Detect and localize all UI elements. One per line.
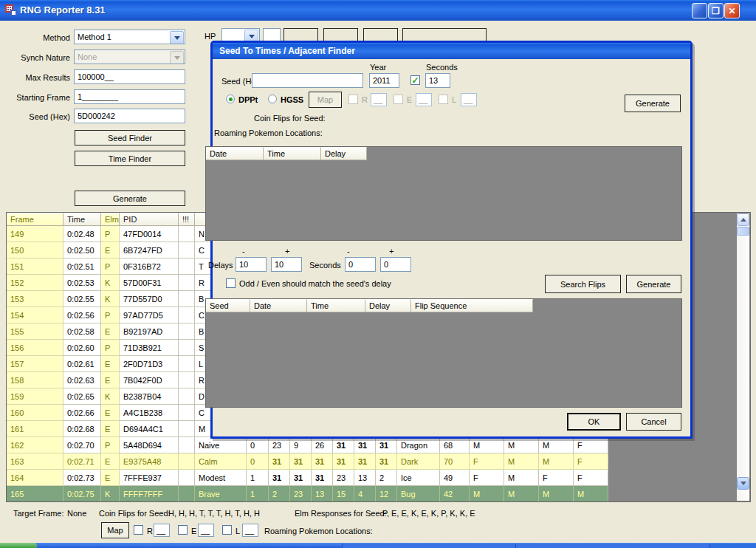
dialog-generate2-button[interactable]: Generate xyxy=(626,275,681,293)
e-input[interactable]: __ xyxy=(198,524,214,537)
table-cell: Calm xyxy=(195,453,247,470)
table-cell: M xyxy=(470,486,504,502)
seed-hex-label: Seed (Hex) xyxy=(4,112,70,121)
r-checkbox[interactable] xyxy=(134,525,143,535)
table-cell: 9 xyxy=(290,437,312,453)
times-listview[interactable]: DateTimeDelay xyxy=(205,146,682,241)
year-input[interactable]: 2011 xyxy=(369,73,399,88)
listview-column-header[interactable]: Seed xyxy=(206,299,250,312)
seed-hex-input[interactable]: 5D000242 xyxy=(74,109,185,123)
starting-frame-input[interactable]: 1________ xyxy=(74,89,185,104)
seconds-plus-input[interactable]: 0 xyxy=(380,257,411,272)
results-column-header[interactable]: PID xyxy=(120,213,179,226)
table-cell: F xyxy=(574,437,608,453)
r-input[interactable]: __ xyxy=(154,524,170,537)
scrollbar-thumb[interactable] xyxy=(737,227,749,236)
dialog-map-button: Map xyxy=(309,92,342,108)
listview-column-header[interactable]: Time xyxy=(264,147,321,160)
table-row[interactable]: 1620:02.70P5A48D694Naive023926313131Drag… xyxy=(7,437,750,453)
results-column-header[interactable]: !!! xyxy=(179,213,195,226)
l-label: L xyxy=(236,527,240,535)
l-input[interactable]: __ xyxy=(242,524,258,537)
seconds-checkbox[interactable]: ✓ xyxy=(410,75,420,85)
table-cell xyxy=(179,275,195,291)
table-cell: 152 xyxy=(7,275,63,291)
listview-column-header[interactable]: Date xyxy=(250,299,307,312)
table-cell: 164 xyxy=(7,470,63,486)
radio-dot-icon xyxy=(229,97,233,101)
time-finder-button[interactable]: Time Finder xyxy=(75,151,185,166)
table-row[interactable]: 1640:02.73E7FFFE937Modest131313123132Ice… xyxy=(7,470,750,486)
dialog-titlebar[interactable]: Seed To Times / Adjacent Finder xyxy=(213,43,690,59)
max-results-input[interactable]: 100000__ xyxy=(74,69,185,84)
dppt-radio[interactable] xyxy=(226,95,235,103)
seconds-label: Seconds xyxy=(426,63,458,72)
e-checkbox[interactable] xyxy=(178,525,188,535)
minimize-button[interactable]: _ xyxy=(692,3,707,18)
table-cell: E xyxy=(101,405,120,421)
listview-column-header[interactable]: Delay xyxy=(365,299,411,312)
dialog-coin-flips-label: Coin Flips for Seed: xyxy=(254,114,326,123)
dialog-seed-input[interactable] xyxy=(252,73,363,88)
taskbar-window-button[interactable] xyxy=(342,544,515,548)
generate-button[interactable]: Generate xyxy=(75,191,185,206)
table-cell: 155 xyxy=(7,323,63,340)
table-cell: 31 xyxy=(354,453,376,470)
dialog-r-label: R xyxy=(362,95,368,104)
table-row[interactable]: 1630:02.71EE9375A48Calm0313131313131Dark… xyxy=(7,453,750,470)
flips-listview[interactable]: SeedDateTimeDelayFlip Sequence xyxy=(205,298,682,408)
table-cell xyxy=(179,356,195,372)
table-cell: M xyxy=(539,486,574,502)
table-cell: 2 xyxy=(269,486,290,502)
delays-minus-input[interactable]: 10 xyxy=(236,257,267,272)
table-cell: FFFF7FFF xyxy=(120,486,179,502)
results-column-header[interactable]: Frame xyxy=(7,213,63,226)
taskbar-window-button[interactable] xyxy=(515,544,709,548)
vertical-scrollbar[interactable] xyxy=(737,213,749,501)
table-cell xyxy=(179,453,195,470)
odd-even-checkbox[interactable] xyxy=(226,278,236,288)
table-cell: F xyxy=(539,470,574,486)
hgss-radio[interactable] xyxy=(268,95,277,103)
table-cell: 31 xyxy=(312,470,333,486)
table-cell: 0:02.71 xyxy=(63,453,101,470)
search-flips-button[interactable]: Search Flips xyxy=(545,275,621,293)
map-button[interactable]: Map xyxy=(101,522,129,538)
listview-column-header[interactable]: Flip Sequence xyxy=(411,299,533,312)
table-cell: 23 xyxy=(269,437,290,453)
ok-button[interactable]: OK xyxy=(567,413,621,431)
table-cell xyxy=(179,307,195,323)
table-cell: 31 xyxy=(376,437,397,453)
seed-finder-button[interactable]: Seed Finder xyxy=(75,130,185,145)
table-cell: B92197AD xyxy=(120,323,179,340)
table-cell: 0:02.61 xyxy=(63,356,101,372)
method-dropdown-icon[interactable] xyxy=(170,31,184,44)
start-button-fragment[interactable] xyxy=(0,543,37,548)
listview-column-header[interactable]: Date xyxy=(206,147,264,160)
scroll-up-button[interactable] xyxy=(737,213,749,226)
desktop: { "window": { "title": "RNG Reporter 8.3… xyxy=(0,0,756,548)
close-button[interactable]: ✕ xyxy=(724,3,740,18)
method-combobox[interactable]: Method 1 xyxy=(74,30,185,44)
table-cell: 7B042F0D xyxy=(120,372,179,388)
results-column-header[interactable]: Elm xyxy=(101,213,120,226)
l-checkbox[interactable] xyxy=(222,525,232,535)
restore-button[interactable]: ❐ xyxy=(708,3,724,18)
table-row[interactable]: 1650:02.75KFFFF7FFFBrave12231315412Bug42… xyxy=(7,486,750,502)
dialog-r-input: __ xyxy=(371,93,387,106)
cancel-button[interactable]: Cancel xyxy=(626,413,681,431)
table-cell: E xyxy=(101,421,120,437)
dppt-label: DPPt xyxy=(238,95,258,104)
listview-column-header[interactable]: Delay xyxy=(321,147,367,160)
dialog-generate-button[interactable]: Generate xyxy=(625,95,681,112)
scroll-down-button[interactable] xyxy=(737,477,749,490)
listview-column-header[interactable]: Time xyxy=(307,299,365,312)
table-cell: P xyxy=(101,226,120,242)
delays-plus-input[interactable]: 10 xyxy=(271,257,302,272)
results-column-header[interactable]: Time xyxy=(63,213,101,226)
window-titlebar[interactable]: RNG Reporter 8.31 _ ❐ ✕ xyxy=(0,0,756,21)
table-cell: 0 xyxy=(247,453,269,470)
table-cell: 26 xyxy=(312,437,333,453)
seconds-minus-input[interactable]: 0 xyxy=(345,257,376,272)
seconds-input[interactable]: 13 xyxy=(425,73,450,88)
